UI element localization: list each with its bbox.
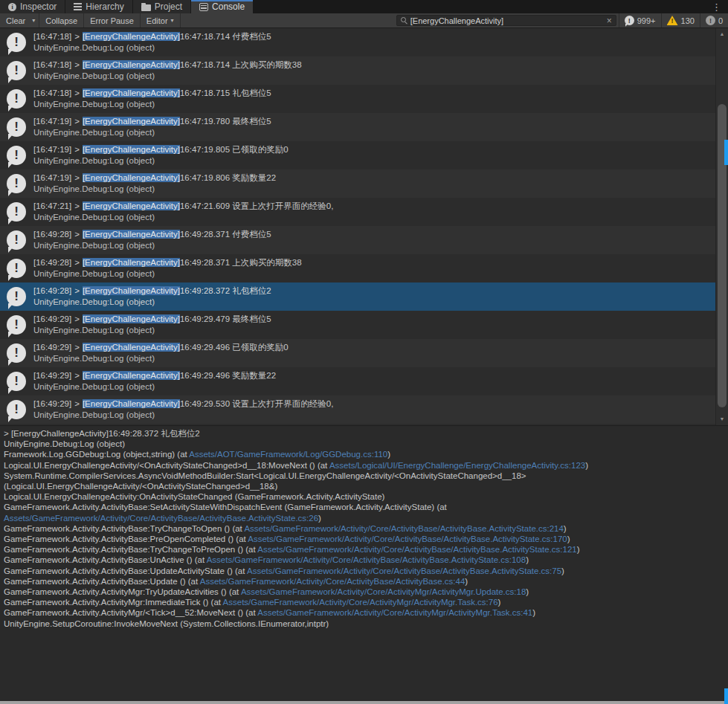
scroll-down-icon[interactable]: ▼ [716,416,728,422]
log-timestamp: [16:47:19] [33,145,71,154]
tab-label: Console [212,1,245,12]
horizontal-scrollbar[interactable] [0,701,724,704]
search-clear-icon[interactable]: × [606,16,613,25]
stack-line: GameFramework.Activity.ActivityMgr:TryUp… [4,587,724,597]
stack-text: GameFramework.Activity.ActivityBase:SetA… [4,503,447,511]
search-highlight-tag: [EnergyChallengeActivity] [83,230,180,239]
log-bubble-icon: ! [7,400,26,419]
clear-dropdown-arrow[interactable]: ▾ [28,13,39,28]
scroll-up-icon[interactable]: ▲ [716,31,728,37]
log-source: UnityEngine.Debug:Log (object) [33,381,276,393]
warning-triangle-icon: ! [667,16,678,25]
stack-file-link[interactable]: Assets/GameFramework/Activity/Core/Activ… [223,598,498,607]
stack-text: UnityEngine.Debug:Log (object) [4,439,125,448]
tab-project[interactable]: Project [133,0,191,13]
log-message: 16:47:21.609 设置上次打开界面的经验0, [180,201,333,210]
log-message: 16:47:18.715 礼包档位5 [180,88,271,97]
log-bubble-icon: ! [7,146,26,165]
stack-line: GameFramework.Activity.ActivityBase:Upda… [4,576,724,587]
log-source: UnityEngine.Debug:Log (object) [33,184,276,195]
log-timestamp: [16:49:29] [33,371,71,380]
log-entry[interactable]: ![16:47:19]>[EnergyChallengeActivity]16:… [0,113,715,141]
log-entry[interactable]: ![16:49:29]>[EnergyChallengeActivity]16:… [0,395,715,424]
log-message: 16:47:19.805 已领取的奖励0 [180,145,289,154]
stack-file-link[interactable]: Assets/GameFramework/Activity/Core/Activ… [244,524,563,533]
log-entry[interactable]: ![16:49:28]>[EnergyChallengeActivity]16:… [0,226,715,254]
chevron-down-icon: ▾ [32,17,35,24]
stack-text: > [EnergyChallengeActivity]16:49:28.372 … [4,429,200,438]
log-message: 16:49:28.371 上次购买的期数38 [180,258,302,267]
log-bubble-icon: ! [7,230,26,250]
tab-hierarchy[interactable]: Hierarchy [65,0,132,13]
log-entry[interactable]: ![16:47:18]>[EnergyChallengeActivity]16:… [0,85,715,113]
info-icon: i [8,3,16,11]
stack-line: GameFramework.Activity.ActivityBase:Upda… [4,566,724,576]
error-count-badge[interactable]: ! 0 [700,13,728,28]
console-search-field[interactable]: × [396,15,616,26]
stack-text: Logical.UI.EnergyChallengeActivity/<OnAc… [4,461,329,470]
stack-file-link[interactable]: Assets/GameFramework/Activity/Core/Activ… [200,577,466,586]
log-source: UnityEngine.Debug:Log (object) [33,268,302,280]
stack-text: ) [318,514,321,523]
stack-text: ) [465,577,468,586]
stack-file-link[interactable]: Assets/AOT/GameFramework/Log/GGDebug.cs:… [189,450,387,459]
stack-file-link[interactable]: Assets/GameFramework/Activity/Core/Activ… [257,608,532,617]
kebab-menu-icon[interactable]: ⋮ [705,0,728,13]
log-entry[interactable]: ![16:49:29]>[EnergyChallengeActivity]16:… [0,367,715,395]
stack-file-link[interactable]: Assets/GameFramework/Activity/Core/Activ… [247,566,561,575]
log-count: 999+ [637,16,656,25]
stack-file-link[interactable]: Assets/GameFramework/Activity/Core/Activ… [257,545,576,554]
log-message: 16:49:29.530 设置上次打开界面的经验0, [180,399,333,408]
log-count-badge[interactable]: ! 999+ [619,13,661,28]
stack-line: GameFramework.Activity.ActivityBase:UnAc… [4,555,724,565]
stack-text: GameFramework.Activity.ActivityMgr/<Tick… [4,608,257,617]
vertical-scrollbar[interactable]: ▲ ▼ [715,28,728,425]
stack-file-link[interactable]: Assets/Logical/UI/EnergyChallenge/Energy… [329,461,585,470]
chevron-down-icon: ▾ [171,17,174,24]
log-entry[interactable]: ![16:47:19]>[EnergyChallengeActivity]16:… [0,169,715,198]
log-message: 16:47:18.714 付费档位5 [180,32,271,41]
search-input[interactable] [408,16,606,25]
log-entry[interactable]: ![16:47:21]>[EnergyChallengeActivity]16:… [0,198,715,226]
stack-line: Logical.UI.EnergyChallengeActivity/<OnAc… [4,460,724,471]
folder-icon [141,4,151,11]
log-separator: > [74,258,80,267]
stack-file-link[interactable]: Assets/GameFramework/Activity/Core/Activ… [241,587,526,596]
warning-count-badge[interactable]: ! 130 [661,13,700,28]
log-entry[interactable]: ![16:49:28]>[EnergyChallengeActivity]16:… [0,254,715,282]
stack-file-link[interactable]: Assets/GameFramework/Activity/Core/Activ… [4,514,318,523]
log-entry[interactable]: ![16:47:18]>[EnergyChallengeActivity]16:… [0,28,715,56]
log-entry[interactable]: ![16:49:28]>[EnergyChallengeActivity]16:… [0,282,715,311]
clear-button[interactable]: Clear [0,13,28,28]
log-source: UnityEngine.Debug:Log (object) [33,410,333,421]
editor-dropdown[interactable]: Editor ▾ [141,13,181,28]
search-highlight-tag: [EnergyChallengeActivity] [83,258,180,267]
stack-line: (Logical.UI.EnergyChallengeActivity/<OnA… [4,481,724,491]
log-separator: > [74,145,80,154]
error-pause-button[interactable]: Error Pause [84,13,141,28]
log-timestamp: [16:49:28] [33,258,71,267]
stack-line: Logical.UI.EnergyChallengeActivity:OnAct… [4,491,724,502]
log-source: UnityEngine.Debug:Log (object) [33,155,289,167]
log-entry[interactable]: ![16:47:19]>[EnergyChallengeActivity]16:… [0,141,715,169]
warning-count: 130 [681,16,695,25]
stack-line: GameFramework.Activity.ActivityMgr:Immed… [4,597,724,607]
stack-file-link[interactable]: Assets/GameFramework/Activity/Core/Activ… [207,555,526,564]
log-entry[interactable]: ![16:49:29]>[EnergyChallengeActivity]16:… [0,339,715,367]
tab-console[interactable]: Console [191,0,254,13]
log-separator: > [74,399,80,408]
tab-inspector[interactable]: iInspector [0,0,65,13]
log-entry[interactable]: ![16:49:29]>[EnergyChallengeActivity]16:… [0,311,715,339]
hierarchy-icon [74,3,82,10]
search-highlight-tag: [EnergyChallengeActivity] [83,399,180,408]
stack-line: Assets/GameFramework/Activity/Core/Activ… [4,513,724,523]
log-separator: > [74,371,80,380]
stack-text: GameFramework.Activity.ActivityBase:Upda… [4,566,247,575]
stack-file-link[interactable]: Assets/GameFramework/Activity/Core/Activ… [248,535,567,543]
collapse-button[interactable]: Collapse [39,13,84,28]
log-source: UnityEngine.Debug:Log (object) [33,212,333,223]
log-bubble-icon: ! [7,259,26,278]
tab-label: Hierarchy [86,1,123,12]
stack-text: Framework.Log.GGDebug:Log (object,string… [4,450,189,459]
log-entry[interactable]: ![16:47:18]>[EnergyChallengeActivity]16:… [0,56,715,85]
